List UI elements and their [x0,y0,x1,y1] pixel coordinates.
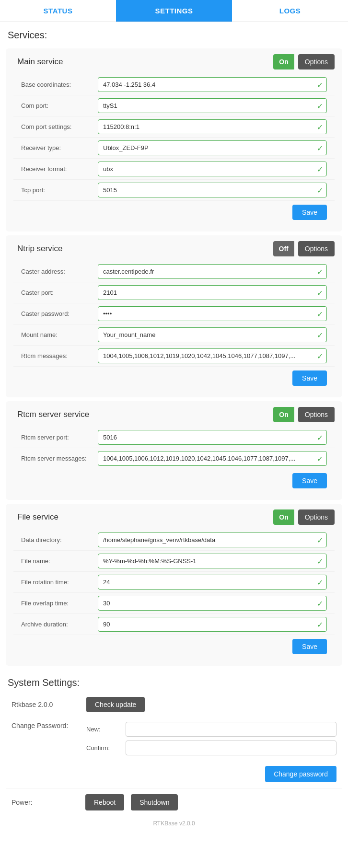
new-password-label: New: [86,726,120,733]
file-archive-duration-input[interactable] [98,617,327,632]
ntrip-rtcm-messages-wrap: ✓ [98,348,327,363]
file-archive-duration-wrap: ✓ [98,617,327,632]
main-save-button[interactable]: Save [292,205,327,220]
change-password-btn-row: Change password [0,764,348,788]
ntrip-caster-address-wrap: ✓ [98,264,327,279]
tab-settings[interactable]: SETTINGS [116,0,232,22]
rtcm-server-save-button[interactable]: Save [292,473,327,488]
ntrip-caster-password-wrap: ✓ [98,306,327,321]
ntrip-mount-name-input[interactable] [98,327,327,342]
file-data-directory-input[interactable] [98,532,327,547]
rtcm-server-save-row: Save [13,469,335,494]
power-label: Power: [12,799,79,806]
file-service-on-btn[interactable]: On [273,509,294,525]
file-save-row: Save [13,635,335,660]
password-fields: New: Confirm: [86,722,336,759]
ntrip-caster-port-input[interactable] [98,285,327,300]
new-password-row: New: [86,722,336,737]
ntrip-caster-password-input[interactable] [98,306,327,321]
file-data-directory-row: Data directory: ✓ [13,530,335,551]
main-receiver-format-wrap: ✓ [98,162,327,176]
rtcm-server-port-row: Rtcm server port: ✓ [13,427,335,448]
rtcm-server-messages-input[interactable] [98,451,327,466]
confirm-password-label: Confirm: [86,744,120,752]
ntrip-caster-port-row: Caster port: ✓ [13,282,335,303]
rtcm-server-messages-label: Rtcm server messages: [21,455,98,462]
main-receiver-format-input[interactable] [98,162,327,176]
main-receiver-format-row: Receiver format: ✓ [13,159,335,180]
check-update-button[interactable]: Check update [86,697,145,712]
ntrip-mount-name-wrap: ✓ [98,327,327,342]
ntrip-rtcm-messages-input[interactable] [98,348,327,363]
ntrip-caster-port-label: Caster port: [21,289,98,296]
file-name-row: File name: ✓ [13,551,335,572]
ntrip-save-row: Save [13,367,335,392]
main-save-row: Save [13,201,335,226]
main-com-port-row: Com port: ✓ [13,95,335,116]
change-password-button[interactable]: Change password [265,766,336,782]
file-overlap-time-input[interactable] [98,596,327,611]
ntrip-service-name: Ntrip service [13,244,273,254]
main-receiver-type-label: Receiver type: [21,144,98,151]
rtcm-server-toggle[interactable]: On [273,407,295,422]
file-rotation-time-input[interactable] [98,575,327,590]
main-base-coordinates-label: Base coordinates: [21,81,98,88]
main-service-name: Main service [13,57,273,67]
shutdown-button[interactable]: Shutdown [131,794,178,810]
file-archive-duration-row: Archive duration: ✓ [13,614,335,635]
file-name-input[interactable] [98,554,327,568]
rtcm-server-options-btn[interactable]: Options [298,407,335,422]
main-com-port-input[interactable] [98,98,327,113]
main-service-options-btn[interactable]: Options [298,54,335,69]
system-version-row: Rtkbase 2.0.0 Check update [0,692,348,717]
services-title: Services: [0,22,348,45]
rtcm-server-messages-wrap: ✓ [98,451,327,466]
tab-logs[interactable]: LOGS [232,0,348,22]
confirm-password-input[interactable] [126,741,336,755]
tab-status[interactable]: STATUS [0,0,116,22]
file-service-toggle-group: On Options [273,509,335,525]
ntrip-service-toggle-group: Off Options [273,241,335,256]
main-base-coordinates-row: Base coordinates: ✓ [13,74,335,95]
file-service-name: File service [13,512,273,522]
system-change-password-label: Change Password: [12,722,79,729]
ntrip-mount-name-row: Mount name: ✓ [13,324,335,346]
main-service-on-btn[interactable]: On [273,54,294,69]
rtcm-server-toggle-divider [294,407,295,422]
file-rotation-time-row: File rotation time: ✓ [13,572,335,593]
power-row: Power: Reboot Shutdown [0,788,348,816]
ntrip-service-toggle[interactable]: Off [273,241,295,256]
main-receiver-type-row: Receiver type: ✓ [13,138,335,159]
confirm-password-row: Confirm: [86,741,336,755]
main-base-coordinates-wrap: ✓ [98,77,327,92]
ntrip-caster-password-row: Caster password: ✓ [13,303,335,324]
file-service-options-btn[interactable]: Options [298,509,335,525]
main-base-coordinates-input[interactable] [98,77,327,92]
file-save-button[interactable]: Save [292,639,327,654]
ntrip-service-off-btn[interactable]: Off [273,241,294,256]
ntrip-caster-password-label: Caster password: [21,310,98,317]
ntrip-caster-address-input[interactable] [98,264,327,279]
file-data-directory-label: Data directory: [21,536,98,544]
file-service-toggle[interactable]: On [273,509,295,525]
ntrip-service-options-btn[interactable]: Options [298,241,335,256]
main-com-port-settings-row: Com port settings: ✓ [13,116,335,138]
system-change-password-row: Change Password: New: Confirm: [0,717,348,764]
main-tcp-port-input[interactable] [98,183,327,197]
rtcm-server-service-name: Rtcm server service [13,410,273,419]
ntrip-service-block: Ntrip service Off Options Caster address… [6,235,342,397]
main-com-port-settings-input[interactable] [98,119,327,134]
main-service-toggle-group: On Options [273,54,335,69]
ntrip-toggle-divider [294,241,295,256]
ntrip-save-button[interactable]: Save [292,370,327,386]
new-password-input[interactable] [126,722,336,737]
file-service-block: File service On Options Data directory: … [6,504,342,666]
rtcm-server-port-input[interactable] [98,430,327,445]
file-overlap-time-row: File overlap time: ✓ [13,593,335,614]
rtcm-server-on-btn[interactable]: On [273,407,294,422]
main-receiver-type-input[interactable] [98,140,327,155]
main-service-toggle[interactable]: On [273,54,295,69]
reboot-button[interactable]: Reboot [85,794,124,810]
ntrip-service-header: Ntrip service Off Options [13,241,335,256]
file-archive-duration-label: Archive duration: [21,621,98,628]
